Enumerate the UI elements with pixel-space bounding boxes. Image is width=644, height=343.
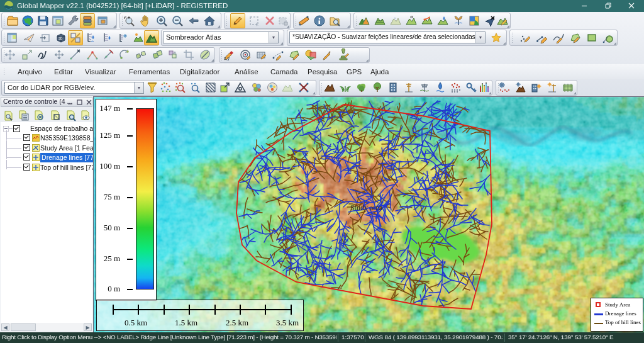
svg-text:Study area: Study area [350,203,383,212]
svg-text:x,y: x,y [224,56,230,61]
svg-text:3D: 3D [58,37,63,40]
svg-text:a: a [174,50,176,54]
